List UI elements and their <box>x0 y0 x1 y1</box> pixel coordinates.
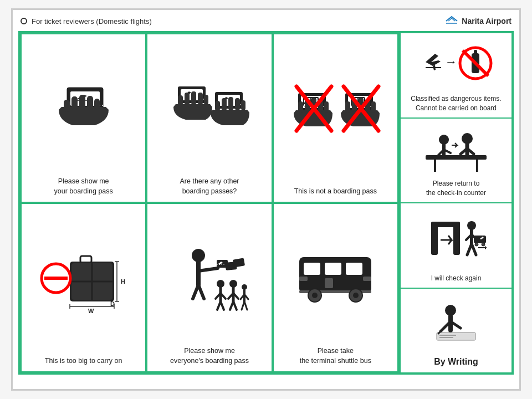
header-right: Narita Airport <box>445 16 511 27</box>
svg-rect-119 <box>476 160 478 172</box>
svg-line-90 <box>233 301 237 310</box>
svg-text:W: W <box>88 308 94 314</box>
left-grid: Please show meyour boarding pass <box>21 33 401 372</box>
svg-text:H: H <box>121 278 125 285</box>
svg-rect-99 <box>299 257 371 293</box>
svg-rect-7 <box>79 95 85 109</box>
svg-rect-21 <box>215 101 220 111</box>
svg-rect-22 <box>222 98 227 111</box>
cell-everyones-boarding-pass: Please show meeveryone's boarding pass <box>146 203 272 372</box>
svg-rect-103 <box>325 278 333 288</box>
svg-rect-34 <box>298 101 303 112</box>
svg-rect-53 <box>371 101 376 112</box>
show-boarding-pass-label: Please show meyour boarding pass <box>54 177 113 196</box>
svg-rect-101 <box>325 263 341 275</box>
everyones-boarding-pass-icon <box>168 211 251 342</box>
svg-rect-80 <box>233 258 245 267</box>
svg-rect-115 <box>474 50 477 54</box>
svg-rect-38 <box>324 101 329 112</box>
dangerous-items-label: Classified as dangerous items.Cannot be … <box>411 94 501 113</box>
by-writing-label: By Writing <box>434 356 478 368</box>
page: For ticket reviewers (Domestic flights) … <box>11 8 521 391</box>
subtitle: For ticket reviewers (Domestic flights) <box>32 17 152 25</box>
main-grid: Please show meyour boarding pass <box>18 31 514 375</box>
cell-too-big: H W D This is too big to carry on <box>21 203 146 372</box>
shuttle-bus-icon <box>294 211 377 342</box>
airport-name: Narita Airport <box>462 17 511 25</box>
svg-rect-9 <box>94 99 100 110</box>
svg-line-75 <box>198 285 204 299</box>
shuttle-bus-label: Please takethe terminal shuttle bus <box>300 346 371 366</box>
right-cell-checkin: Please return tothe check-in counter <box>401 119 511 204</box>
check-again-icon <box>423 208 489 272</box>
svg-text:→: → <box>445 55 457 69</box>
cell-not-boarding-pass: This is not a boarding pass <box>273 33 398 203</box>
svg-line-76 <box>198 268 218 271</box>
checkin-counter-label: Please return tothe check-in counter <box>426 179 486 198</box>
checkin-counter-icon <box>423 123 489 177</box>
svg-point-110 <box>353 293 359 298</box>
svg-text:D: D <box>110 300 115 307</box>
svg-rect-104 <box>299 277 308 281</box>
svg-point-139 <box>482 243 485 246</box>
header: For ticket reviewers (Domestic flights) … <box>18 16 514 27</box>
svg-rect-6 <box>71 96 78 110</box>
svg-rect-24 <box>235 98 240 110</box>
right-panel: → Classified as dangerous items.Cannot b… <box>401 33 511 372</box>
svg-point-138 <box>475 243 478 246</box>
narita-logo-icon <box>445 16 458 27</box>
not-boarding-pass-icon <box>291 41 380 182</box>
by-writing-icon <box>428 293 484 354</box>
too-big-icon: H W D <box>39 211 128 352</box>
svg-rect-14 <box>185 93 190 105</box>
svg-rect-15 <box>191 91 196 105</box>
other-boarding-passes-label: Are there any otherboarding passes? <box>180 177 239 196</box>
cell-shuttle-bus: Please takethe terminal shuttle bus <box>273 203 398 372</box>
cell-show-boarding-pass: Please show meyour boarding pass <box>21 33 146 203</box>
svg-rect-17 <box>204 95 208 105</box>
svg-rect-102 <box>346 263 362 275</box>
svg-rect-23 <box>228 97 233 110</box>
too-big-label: This is too big to carry on <box>45 356 122 366</box>
not-boarding-pass-label: This is not a boarding pass <box>294 187 377 197</box>
svg-rect-13 <box>178 95 183 105</box>
right-cell-by-writing: By Writing <box>401 289 511 373</box>
svg-rect-105 <box>363 277 371 281</box>
radio-icon <box>21 18 27 24</box>
svg-rect-144 <box>437 332 475 340</box>
svg-line-84 <box>221 301 224 310</box>
other-boarding-passes-icon <box>171 41 248 172</box>
dangerous-items-icon: → <box>417 38 495 92</box>
header-left: For ticket reviewers (Domestic flights) <box>21 17 152 25</box>
svg-point-108 <box>312 293 318 298</box>
svg-rect-137 <box>474 236 486 243</box>
cell-other-boarding-passes: Are there any otherboarding passes? <box>146 33 272 203</box>
svg-rect-130 <box>431 222 460 227</box>
svg-rect-49 <box>345 101 350 112</box>
svg-rect-118 <box>434 160 436 172</box>
svg-line-96 <box>244 301 247 310</box>
right-cell-dangerous: → Classified as dangerous items.Cannot b… <box>401 33 511 119</box>
svg-rect-117 <box>426 155 487 160</box>
check-again-label: I will check again <box>431 274 482 283</box>
svg-rect-100 <box>304 263 320 275</box>
show-boarding-pass-icon <box>48 41 120 172</box>
svg-rect-5 <box>64 100 70 112</box>
svg-rect-8 <box>87 96 93 109</box>
svg-rect-25 <box>241 100 245 110</box>
right-cell-check-again: I will check again <box>401 203 511 289</box>
everyones-boarding-pass-label: Please show meeveryone's boarding pass <box>170 346 249 366</box>
svg-rect-16 <box>198 93 203 105</box>
